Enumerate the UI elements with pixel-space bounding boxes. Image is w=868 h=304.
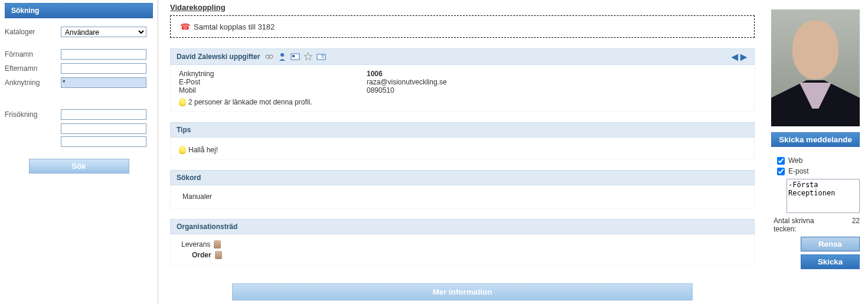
star-icon[interactable] [304,52,313,61]
forwarding-title: Vidarekoppling [170,3,755,12]
firstname-label: Förnamn [5,50,61,58]
linked-text: 2 personer är länkade mot denna profil. [188,98,312,106]
keyword-item: Manualer [179,190,746,203]
keywords-header: Sökord [170,170,755,185]
char-count-value: 22 [842,217,860,233]
message-textarea[interactable]: -Första Receptionen [787,179,860,213]
catalogs-label: Kataloger [5,28,61,36]
orgtree-item-label: Leverans [181,240,210,249]
right-panel: Skicka meddelande Web E-post -Första Rec… [766,0,868,304]
bulb-icon [179,98,186,106]
svg-rect-4 [292,55,295,57]
phone-forward-icon: ☎ [180,22,190,31]
extension-label: Anknytning [5,79,61,87]
user-details-header: David Zalewski uppgifter ◀ ▶ [170,48,755,65]
avatar-mini-icon [215,251,222,259]
orgtree-item-label: Order [192,251,211,259]
user-header-text: David Zalewski uppgifter [177,53,260,61]
free-search-input-2[interactable] [61,123,146,134]
svg-point-1 [269,55,273,58]
email-checkbox[interactable] [777,168,785,175]
next-arrow-icon[interactable]: ▶ [739,52,748,61]
catalogs-select[interactable]: Användare [61,27,146,37]
search-button[interactable]: Sök [29,159,129,174]
web-label: Web [788,156,802,165]
svg-point-0 [266,55,269,58]
forwarding-box: ☎ Samtal kopplas till 3182 [170,15,755,38]
email-value: raza@visionutveckling.se [367,78,447,86]
search-header: Sökning [5,3,153,18]
free-search-input-1[interactable] [61,109,146,120]
tips-header: Tips [170,122,755,138]
search-panel: Sökning Kataloger Användare Förnamn Efte… [0,0,158,304]
tips-body: Hallå hej! [170,138,755,159]
bulb-icon [179,146,186,154]
more-info-button[interactable]: Mer information [232,283,693,300]
ext-value: 1006 [367,70,383,78]
orgtree-item[interactable]: Order [181,250,746,260]
ext-label: Anknytning [179,70,367,78]
prev-arrow-icon[interactable]: ◀ [730,52,739,61]
orgtree-header: Organisationsträd [170,219,755,234]
free-search-input-3[interactable] [61,136,146,147]
orgtree-item[interactable]: Leverans [181,239,746,250]
send-button[interactable]: Skicka [801,254,860,269]
avatar-mini-icon [214,240,221,249]
tips-text: Hallå hej! [188,146,218,154]
avatar [771,9,860,126]
svg-marker-5 [304,53,312,60]
user-details-body: Anknytning 1006 E-Post raza@visionutveck… [170,65,755,112]
forwarding-text: Samtal kopplas till 3182 [194,22,275,31]
web-checkbox[interactable] [777,157,785,165]
firstname-input[interactable] [61,49,146,60]
lastname-input[interactable] [61,63,146,74]
person-icon[interactable] [278,52,287,61]
extension-input[interactable] [61,77,146,88]
email-label: E-post [788,167,809,175]
mobile-label: Mobil [179,86,367,94]
svg-point-2 [280,53,284,57]
vcard-icon[interactable] [316,52,326,61]
lastname-label: Efternamn [5,64,61,73]
send-message-button[interactable]: Skicka meddelande [771,132,860,147]
main-panel: Vidarekoppling ☎ Samtal kopplas till 318… [158,0,766,304]
mobile-value: 0890510 [367,86,394,94]
keywords-body: Manualer [170,185,755,208]
clear-button[interactable]: Rensa [801,237,860,251]
free-search-label: Frisökning [5,110,61,119]
card-icon[interactable] [291,52,300,61]
email-label: E-Post [179,78,367,86]
char-count-label: Antal skrivna tecken: [774,217,829,233]
orgtree-body: Leverans Order [170,234,755,266]
link-icon[interactable] [265,52,274,61]
